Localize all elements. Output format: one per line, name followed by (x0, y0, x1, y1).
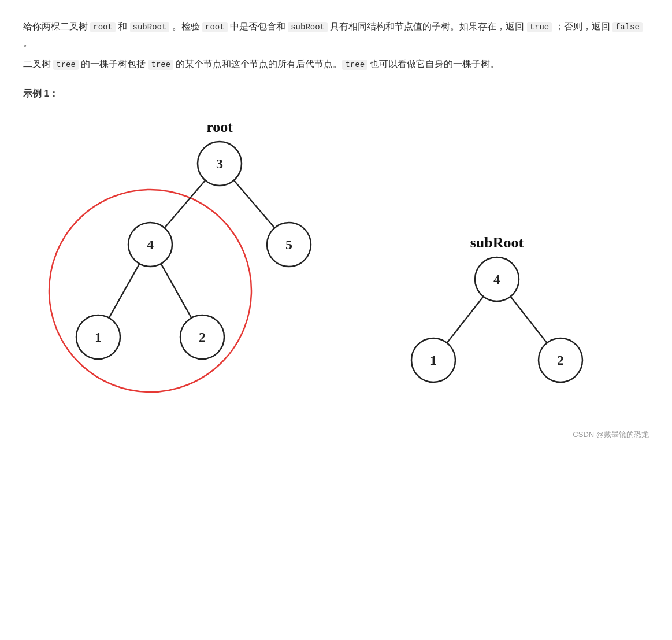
root-tree-nodes: 34512 (76, 142, 311, 359)
watermark: CSDN @戴墨镜的恐龙 (573, 428, 649, 441)
root-tree-edges (98, 164, 289, 337)
inline-code: tree (342, 60, 367, 70)
tree-node-label: 1 (430, 353, 437, 368)
root-tree-label: root (206, 119, 233, 135)
inline-code: tree (53, 60, 79, 70)
subroot-tree-nodes: 412 (411, 257, 582, 382)
subtree-highlight-circle (49, 190, 251, 392)
tree-diagram: root subRoot 34512 412 (23, 117, 659, 441)
tree-node-label: 3 (216, 156, 223, 171)
tree-node-label: 4 (147, 237, 154, 252)
desc-line2: 二叉树 tree 的一棵子树包括 tree 的某个节点和这个节点的所有后代节点。… (23, 56, 649, 72)
tree-node-label: 1 (95, 330, 102, 345)
inline-code: root (202, 22, 228, 32)
example-title: 示例 1： (23, 86, 649, 101)
description: 给你两棵二叉树 root 和 subRoot 。检验 root 中是否包含和 s… (23, 19, 649, 72)
inline-code: false (612, 22, 643, 32)
tree-node-label: 4 (493, 272, 500, 287)
inline-code: subRoot (288, 22, 328, 32)
subroot-tree-label: subRoot (470, 234, 524, 251)
inline-code: subRoot (130, 22, 170, 32)
tree-node-label: 5 (285, 237, 292, 252)
tree-node-label: 2 (557, 353, 564, 368)
diagram-area: root subRoot 34512 412 CSDN @戴墨镜的恐龙 (23, 117, 649, 441)
desc-line1: 给你两棵二叉树 root 和 subRoot 。检验 root 中是否包含和 s… (23, 19, 649, 50)
inline-code: true (527, 22, 552, 32)
tree-node-label: 2 (199, 330, 206, 345)
inline-code: root (90, 22, 116, 32)
inline-code: tree (148, 60, 174, 70)
